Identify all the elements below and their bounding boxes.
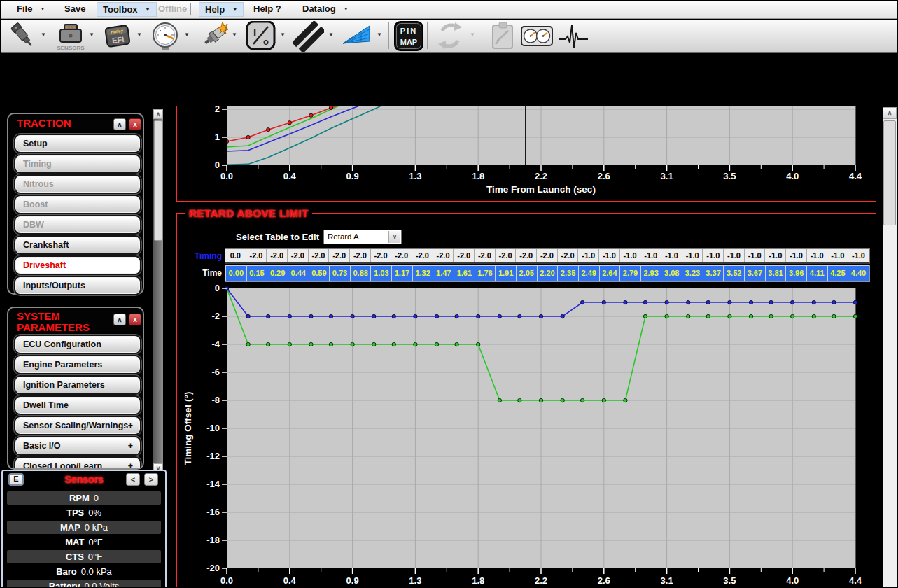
sysparam-ecu-configuration-button[interactable]: ECU Configuration <box>15 336 140 353</box>
time-cell[interactable]: 3.37 <box>703 266 724 281</box>
scroll-up-button[interactable]: ∧ <box>883 107 897 119</box>
time-cell[interactable]: 1.03 <box>371 266 391 281</box>
time-cell[interactable]: 1.91 <box>496 266 516 281</box>
time-cell[interactable]: 4.11 <box>807 266 827 281</box>
prev-page-button[interactable]: < <box>126 473 140 486</box>
dropdown-arrow[interactable]: ▼ <box>232 31 237 38</box>
sysparam-ignition-parameters-button[interactable]: Ignition Parameters <box>15 377 140 393</box>
timing-cell[interactable]: -1.0 <box>640 249 661 262</box>
dropdown-arrow[interactable]: ▼ <box>89 31 94 38</box>
sysparam-closed-loop-learn-button[interactable]: Closed Loop/Learn+ <box>15 458 140 470</box>
timing-cell[interactable]: -2.0 <box>371 249 392 262</box>
timing-cell[interactable]: -2.0 <box>309 249 330 262</box>
menu-item-toolbox[interactable]: Toolbox▼ <box>97 2 157 17</box>
table-select-dropdown[interactable]: Retard A ∨ <box>323 230 402 244</box>
sensors-icon[interactable]: SENSORS <box>53 21 87 52</box>
timing-cell[interactable]: 0.0 <box>225 249 246 262</box>
timing-cell[interactable]: -2.0 <box>329 249 350 262</box>
gauge-icon[interactable] <box>150 21 181 52</box>
time-cell[interactable]: 0.15 <box>247 266 267 281</box>
time-cell[interactable]: 3.81 <box>766 266 786 281</box>
timing-cell[interactable]: -1.0 <box>724 249 745 262</box>
timing-cell[interactable]: -1.0 <box>827 249 848 262</box>
timing-cell[interactable]: -2.0 <box>267 249 288 262</box>
fuel-injector-icon[interactable] <box>7 21 39 52</box>
timing-cell[interactable]: -2.0 <box>454 249 475 262</box>
sysparam-basic-i-o-button[interactable]: Basic I/O+ <box>15 438 140 454</box>
timing-cell[interactable]: -1.0 <box>786 249 807 262</box>
time-cell[interactable]: 2.49 <box>579 266 599 281</box>
spark-plug-icon[interactable] <box>197 21 228 52</box>
traction-crankshaft-button[interactable]: Crankshaft <box>15 237 140 253</box>
time-cell[interactable]: 3.52 <box>724 266 744 281</box>
timing-cell[interactable]: -1.0 <box>578 249 599 262</box>
scrollbar-thumb[interactable] <box>883 120 896 225</box>
time-cell[interactable]: 2.05 <box>517 266 537 281</box>
time-cell[interactable]: 4.25 <box>828 266 848 281</box>
menu-item-file[interactable]: File▼ <box>11 2 50 17</box>
timing-cell[interactable]: -2.0 <box>350 249 371 262</box>
time-cell[interactable]: 1.17 <box>392 266 412 281</box>
pin-map-button[interactable]: PIN MAP <box>393 21 424 52</box>
timing-cell[interactable]: -2.0 <box>537 249 558 262</box>
timing-cell[interactable]: -1.0 <box>599 249 620 262</box>
menu-item-datalog[interactable]: Datalog▼ <box>297 2 354 17</box>
timing-cell[interactable]: -2.0 <box>433 249 454 262</box>
time-cell[interactable]: 3.96 <box>786 266 806 281</box>
time-cell[interactable]: 0.59 <box>309 266 330 281</box>
next-page-button[interactable]: > <box>144 473 158 486</box>
chevron-down-icon[interactable]: ∨ <box>388 231 400 243</box>
efi-module-icon[interactable]: Holley EFI <box>101 21 134 52</box>
sysparam-dwell-time-button[interactable]: Dwell Time <box>15 397 140 414</box>
pulse-icon[interactable] <box>557 21 589 52</box>
timing-cell[interactable]: -2.0 <box>412 249 433 262</box>
time-cell[interactable]: 3.23 <box>682 266 703 281</box>
retard-chart[interactable]: 0.00.40.91.31.82.22.63.13.54.04.4Time Fr… <box>177 284 876 588</box>
collapse-icon[interactable]: ∧ <box>113 118 126 130</box>
dropdown-arrow[interactable]: ▼ <box>41 31 46 38</box>
time-cell[interactable]: 0.88 <box>351 266 371 281</box>
timing-cell[interactable]: -1.0 <box>620 249 641 262</box>
time-cell[interactable]: 3.08 <box>661 266 682 281</box>
time-cell[interactable]: 0.00 <box>226 266 246 281</box>
scrollbar-thumb[interactable] <box>154 120 162 241</box>
stripes-icon[interactable] <box>293 21 324 52</box>
timing-cell[interactable]: -2.0 <box>496 249 517 262</box>
main-vertical-scrollbar[interactable]: ∧ ∨ <box>883 107 897 588</box>
time-cell[interactable]: 2.35 <box>558 266 578 281</box>
dropdown-arrow[interactable]: ▼ <box>184 31 190 38</box>
dropdown-arrow[interactable]: ▼ <box>377 31 382 38</box>
time-cell[interactable]: 2.64 <box>600 266 620 281</box>
dropdown-arrow[interactable]: ▼ <box>280 31 286 38</box>
time-cell[interactable]: 2.79 <box>620 266 640 281</box>
time-cell[interactable]: 1.47 <box>433 266 454 281</box>
sidebar-scrollbar[interactable]: ∧ ∨ <box>153 109 163 473</box>
menu-item-help[interactable]: Help▼ <box>199 2 244 17</box>
io-icon[interactable]: I o <box>245 21 276 52</box>
time-cell[interactable]: 3.67 <box>745 266 765 281</box>
timing-cell[interactable]: -1.0 <box>848 249 869 262</box>
dropdown-arrow[interactable]: ▼ <box>136 31 142 38</box>
timing-cell[interactable]: -2.0 <box>391 249 412 262</box>
traction-setup-button[interactable]: Setup <box>15 135 140 152</box>
scroll-up-button[interactable]: ∧ <box>153 109 163 119</box>
time-cell[interactable]: 2.20 <box>538 266 558 281</box>
traction-inputs-outputs-button[interactable]: Inputs/Outputs <box>15 277 140 294</box>
timing-cell[interactable]: -1.0 <box>807 249 828 262</box>
timing-cell[interactable]: -2.0 <box>558 249 579 262</box>
sysparam-sensor-scaling-warnings-button[interactable]: Sensor Scaling/Warnings+ <box>15 417 140 434</box>
timing-cell[interactable]: -1.0 <box>703 249 724 262</box>
dual-gauges-icon[interactable] <box>521 21 553 52</box>
close-icon[interactable]: x <box>129 314 141 326</box>
timing-cell[interactable]: -1.0 <box>745 249 766 262</box>
timing-cell[interactable]: -2.0 <box>516 249 537 262</box>
timing-cell[interactable]: -2.0 <box>246 249 267 262</box>
time-cell[interactable]: 0.73 <box>330 266 350 281</box>
time-cell[interactable]: 0.44 <box>288 266 309 281</box>
dropdown-arrow[interactable]: ▼ <box>328 31 334 38</box>
time-cell[interactable]: 1.32 <box>413 266 433 281</box>
time-cell[interactable]: 4.40 <box>848 266 869 281</box>
menu-item-save[interactable]: Save <box>59 2 91 17</box>
timing-cell[interactable]: -1.0 <box>661 249 682 262</box>
mesh-table-icon[interactable] <box>341 21 373 52</box>
